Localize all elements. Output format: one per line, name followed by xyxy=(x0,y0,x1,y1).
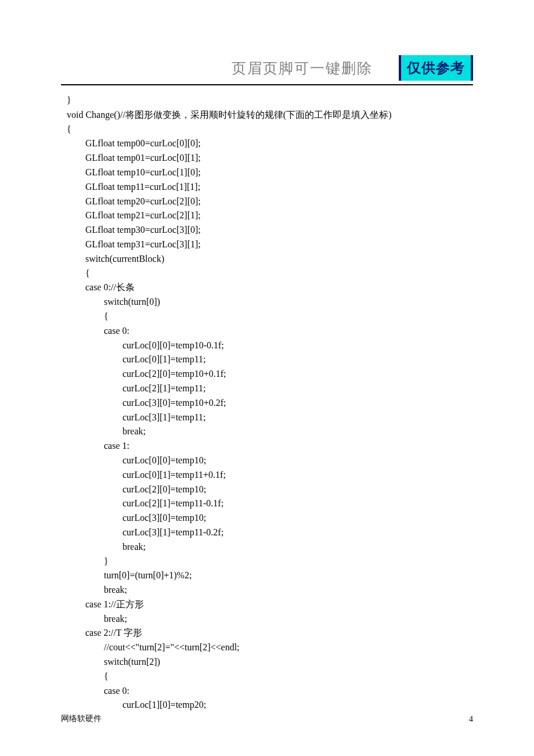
code-line: GLfloat temp30=curLoc[3][0]; xyxy=(67,223,473,237)
code-line: case 0: xyxy=(67,324,473,339)
code-line: curLoc[2][0]=temp10+0.1f; xyxy=(67,367,473,381)
code-line: switch(turn[2]) xyxy=(67,655,473,669)
code-line: curLoc[2][1]=temp11-0.1f; xyxy=(67,496,473,511)
page-number: 4 xyxy=(469,715,473,724)
code-line: GLfloat temp20=curLoc[2][0]; xyxy=(67,195,473,209)
page-header: 页眉页脚可一键删除 仅供参考 xyxy=(61,55,473,81)
code-block: }void Change()//将图形做变换，采用顺时针旋转的规律(下面的工作即… xyxy=(61,93,473,712)
header-title: 页眉页脚可一键删除 xyxy=(232,59,373,78)
code-line: curLoc[3][1]=temp11; xyxy=(67,411,473,425)
code-line: } xyxy=(67,93,473,108)
code-line: case 1://正方形 xyxy=(67,597,473,612)
code-line: curLoc[3][0]=temp10+0.2f; xyxy=(67,396,473,411)
code-line: switch(currentBlock) xyxy=(67,252,473,267)
code-line: curLoc[2][1]=temp11; xyxy=(67,381,473,396)
code-line: curLoc[0][0]=temp10-0.1f; xyxy=(67,339,473,353)
code-line: break; xyxy=(67,583,473,597)
code-line: GLfloat temp01=curLoc[0][1]; xyxy=(67,151,473,165)
code-line: { xyxy=(67,669,473,684)
code-line: { xyxy=(67,123,473,137)
code-line: break; xyxy=(67,424,473,439)
code-line: break; xyxy=(67,612,473,627)
code-line: curLoc[0][1]=temp11; xyxy=(67,352,473,367)
code-line: GLfloat temp00=curLoc[0][0]; xyxy=(67,136,473,151)
reference-badge: 仅供参考 xyxy=(399,55,473,81)
footer-left-text: 网络软硬件 xyxy=(61,714,102,724)
code-line: { xyxy=(67,309,473,324)
code-line: void Change()//将图形做变换，采用顺时针旋转的规律(下面的工作即是… xyxy=(67,108,473,123)
code-line: case 0://长条 xyxy=(67,280,473,295)
code-line: case 2://T 字形 xyxy=(67,626,473,640)
code-line: GLfloat temp11=curLoc[1][1]; xyxy=(67,180,473,195)
code-line: } xyxy=(67,555,473,569)
code-line: //cout<<"turn[2]="<<turn[2]<<endl; xyxy=(67,640,473,655)
code-line: curLoc[0][0]=temp10; xyxy=(67,453,473,468)
code-line: GLfloat temp10=curLoc[1][0]; xyxy=(67,165,473,180)
code-line: curLoc[0][1]=temp11+0.1f; xyxy=(67,468,473,483)
code-line: break; xyxy=(67,540,473,555)
code-line: curLoc[3][1]=temp11-0.2f; xyxy=(67,525,473,540)
code-line: curLoc[1][0]=temp20; xyxy=(67,698,473,712)
code-line: curLoc[2][0]=temp10; xyxy=(67,483,473,497)
code-line: curLoc[3][0]=temp10; xyxy=(67,511,473,525)
code-line: GLfloat temp21=curLoc[2][1]; xyxy=(67,208,473,223)
code-line: { xyxy=(67,267,473,281)
header-divider xyxy=(61,84,473,85)
code-line: GLfloat temp31=curLoc[3][1]; xyxy=(67,237,473,252)
code-line: case 1: xyxy=(67,439,473,453)
code-line: case 0: xyxy=(67,684,473,699)
code-line: switch(turn[0]) xyxy=(67,295,473,309)
code-line: turn[0]=(turn[0]+1)%2; xyxy=(67,568,473,583)
